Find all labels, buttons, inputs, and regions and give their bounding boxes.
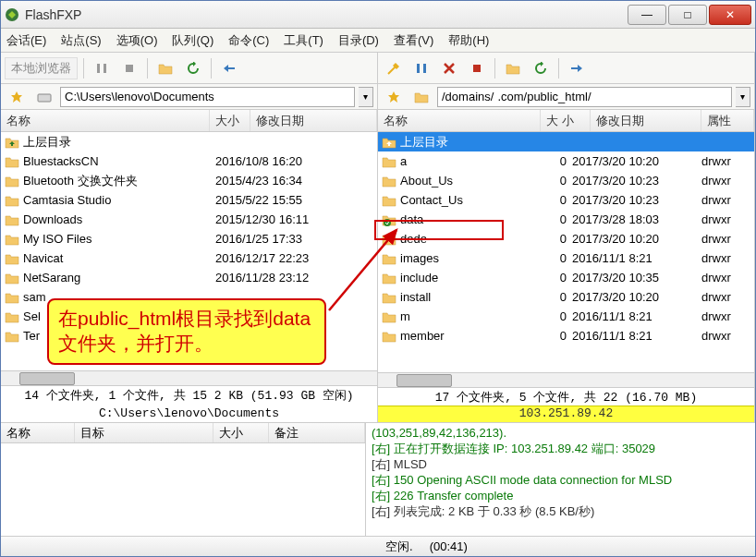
- menubar: 会话(E) 站点(S) 选项(O) 队列(Q) 命令(C) 工具(T) 目录(D…: [1, 29, 755, 53]
- svg-rect-6: [417, 64, 420, 73]
- log-pane[interactable]: (103,251,89,42,136,213).[右] 正在打开数据连接 IP:…: [366, 423, 755, 536]
- folder-icon: [382, 309, 396, 324]
- file-row[interactable]: Camtasia Studio2015/5/22 15:55: [1, 190, 377, 210]
- transfer-icon[interactable]: [565, 56, 589, 80]
- connect-icon[interactable]: [382, 56, 406, 80]
- disconnect-icon[interactable]: [437, 56, 461, 80]
- col-size[interactable]: 大小: [210, 110, 250, 131]
- path-dropdown-icon[interactable]: ▾: [736, 87, 750, 107]
- file-row[interactable]: Bluetooth 交换文件夹2015/4/23 16:34: [1, 171, 377, 190]
- up-dir-row[interactable]: 上层目录: [378, 132, 754, 151]
- menu-view[interactable]: 查看(V): [394, 32, 433, 49]
- queue-pane: 名称 目标 大小 备注: [1, 423, 366, 536]
- file-row[interactable]: dede02017/3/20 10:20drwxr: [378, 229, 754, 248]
- col-name[interactable]: 名称: [1, 110, 210, 131]
- drive-icon[interactable]: [32, 85, 56, 109]
- refresh-icon[interactable]: [529, 56, 553, 80]
- folder-icon[interactable]: [409, 85, 433, 109]
- col-name[interactable]: 名称: [378, 110, 541, 131]
- qcol-size[interactable]: 大小: [213, 423, 269, 442]
- file-row[interactable]: m02016/11/1 8:21drwxr: [378, 307, 754, 326]
- folder-icon: [382, 193, 396, 208]
- status-idle: 空闲.: [385, 539, 413, 555]
- folder-icon: [382, 232, 396, 247]
- new-folder-icon[interactable]: [153, 56, 177, 80]
- maximize-button[interactable]: □: [668, 5, 707, 25]
- remote-hscroll[interactable]: [378, 372, 754, 387]
- new-folder-icon[interactable]: [501, 56, 525, 80]
- qcol-note[interactable]: 备注: [269, 423, 365, 442]
- bookmark-icon[interactable]: [5, 85, 29, 109]
- file-row[interactable]: install02017/3/20 10:20drwxr: [378, 287, 754, 307]
- col-date[interactable]: 修改日期: [591, 110, 701, 131]
- menu-options[interactable]: 选项(O): [116, 32, 158, 49]
- file-row[interactable]: Navicat2016/12/17 22:23: [1, 248, 377, 268]
- folder-icon: [5, 212, 19, 227]
- folder-icon: [5, 232, 19, 247]
- qcol-target[interactable]: 目标: [75, 423, 213, 442]
- file-row[interactable]: include02017/3/20 10:35drwxr: [378, 268, 754, 287]
- log-line: [右] 列表完成: 2 KB 于 0.33 秒 (8.5 KB/秒): [372, 503, 750, 519]
- close-button[interactable]: ✕: [709, 5, 751, 25]
- folder-icon: [5, 290, 19, 305]
- queue-list[interactable]: [1, 443, 365, 536]
- col-size[interactable]: 大 小: [541, 110, 591, 131]
- menu-queue[interactable]: 队列(Q): [172, 32, 213, 49]
- minimize-button[interactable]: —: [628, 5, 666, 25]
- menu-help[interactable]: 帮助(H): [448, 32, 489, 49]
- local-toolbar: 本地浏览器: [1, 53, 377, 84]
- col-attr[interactable]: 属性: [701, 110, 754, 131]
- local-columns: 名称 大小 修改日期: [1, 110, 377, 132]
- local-pathbar: C:\Users\lenovo\Documents ▾: [1, 84, 377, 110]
- folder-icon: [5, 154, 19, 169]
- app-icon: [5, 7, 19, 22]
- folder-icon: [5, 251, 19, 266]
- local-tab[interactable]: 本地浏览器: [5, 57, 78, 79]
- file-row[interactable]: My ISO Files2016/1/25 17:33: [1, 229, 377, 248]
- menu-directory[interactable]: 目录(D): [338, 32, 379, 49]
- path-dropdown-icon[interactable]: ▾: [359, 87, 373, 107]
- file-row[interactable]: member02016/11/1 8:21drwxr: [378, 326, 754, 345]
- svg-rect-2: [104, 64, 106, 73]
- file-row[interactable]: Contact_Us02017/3/20 10:23drwxr: [378, 190, 754, 210]
- stop-icon[interactable]: [117, 56, 141, 80]
- file-row[interactable]: a02017/3/20 10:20drwxr: [378, 151, 754, 171]
- abort-icon[interactable]: [465, 56, 489, 80]
- file-row[interactable]: About_Us02017/3/20 10:23drwxr: [378, 171, 754, 190]
- titlebar: FlashFXP — □ ✕: [1, 1, 755, 29]
- statusbar: 空闲. (00:41): [1, 536, 755, 556]
- file-row[interactable]: images02016/11/1 8:21drwxr: [378, 248, 754, 268]
- remote-file-list[interactable]: 上层目录 a02017/3/20 10:20drwxrAbout_Us02017…: [378, 132, 754, 372]
- refresh-icon[interactable]: [181, 56, 205, 80]
- folder-icon: [382, 290, 396, 305]
- qcol-name[interactable]: 名称: [1, 423, 75, 442]
- menu-session[interactable]: 会话(E): [6, 32, 46, 49]
- log-line: [右] 150 Opening ASCII mode data connecti…: [372, 472, 750, 488]
- file-row[interactable]: Downloads2015/12/30 16:11: [1, 210, 377, 229]
- local-hscroll[interactable]: [1, 370, 377, 385]
- local-pane: 本地浏览器 C:\Users\lenovo\Documents ▾ 名称 大小 …: [1, 53, 378, 422]
- remote-path-input[interactable]: /domains/ .com/public_html/: [437, 87, 732, 107]
- file-row[interactable]: BluestacksCN2016/10/8 16:20: [1, 151, 377, 171]
- local-path-input[interactable]: C:\Users\lenovo\Documents: [60, 87, 355, 107]
- col-date[interactable]: 修改日期: [250, 110, 377, 131]
- remote-pane: /domains/ .com/public_html/ ▾ 名称 大 小 修改日…: [378, 53, 755, 422]
- pause-icon[interactable]: [90, 56, 114, 80]
- file-row[interactable]: data02017/3/28 18:03drwxr: [378, 210, 754, 229]
- remote-toolbar: [378, 53, 754, 84]
- transfer-icon[interactable]: [217, 56, 241, 80]
- folder-icon: [5, 174, 19, 188]
- menu-tools[interactable]: 工具(T): [284, 32, 323, 49]
- log-line: (103,251,89,42,136,213).: [372, 425, 750, 441]
- menu-site[interactable]: 站点(S): [61, 32, 101, 49]
- folder-icon: [382, 174, 396, 188]
- pause-icon[interactable]: [409, 56, 433, 80]
- up-dir-row[interactable]: 上层目录: [1, 132, 377, 151]
- folder-icon: [5, 271, 19, 285]
- file-row[interactable]: NetSarang2016/11/28 23:12: [1, 268, 377, 287]
- log-line: [右] 226 Transfer complete: [372, 488, 750, 503]
- bookmark-icon[interactable]: [382, 85, 406, 109]
- svg-point-10: [384, 219, 391, 226]
- menu-command[interactable]: 命令(C): [228, 32, 269, 49]
- svg-marker-9: [388, 91, 399, 103]
